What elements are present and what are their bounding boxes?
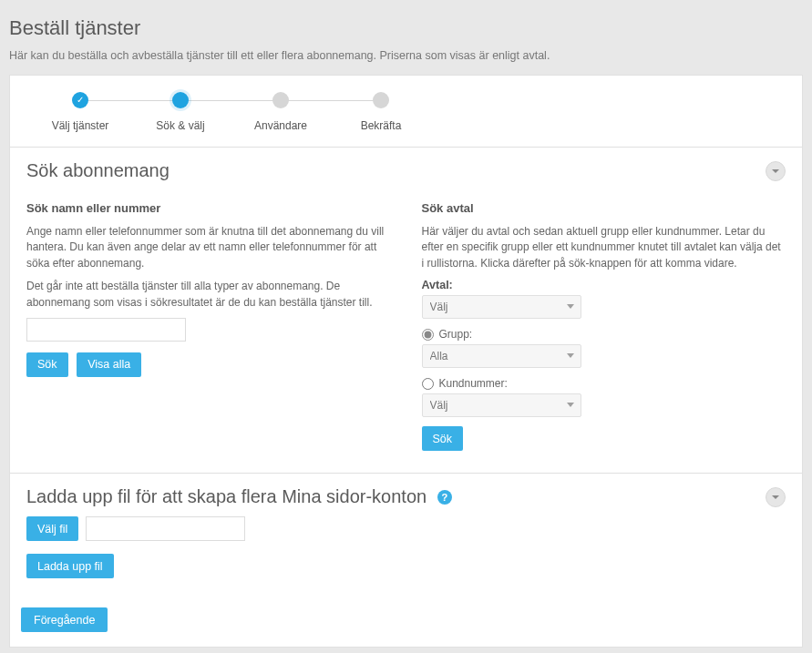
help-text: Här väljer du avtal och sedan aktuell gr… — [422, 224, 786, 271]
wizard-card: Välj tjänster Sök & välj Användare Bekrä… — [9, 75, 803, 648]
kundnummer-radio-label: Kundnummer: — [439, 377, 508, 390]
help-text: Det går inte att beställa tjänster till … — [26, 279, 391, 311]
section-header: Sök abonnemang — [10, 148, 802, 190]
upload-file-button[interactable]: Ladda upp fil — [26, 554, 114, 578]
search-subscription-section: Sök abonnemang Sök namn eller nummer Ang… — [10, 147, 802, 467]
step-dot — [272, 92, 289, 108]
avtal-select[interactable]: Välj — [422, 295, 581, 319]
kundnummer-select[interactable]: Välj — [422, 393, 581, 417]
avtal-label: Avtal: — [422, 279, 786, 291]
collapse-toggle[interactable] — [766, 487, 786, 507]
stepper: Välj tjänster Sök & välj Användare Bekrä… — [10, 76, 802, 147]
step-dot-active — [172, 92, 189, 108]
page-title: Beställ tjänster — [9, 16, 803, 40]
sub-heading: Sök namn eller nummer — [26, 201, 391, 215]
chevron-down-icon — [771, 167, 780, 176]
collapse-toggle[interactable] — [766, 161, 786, 181]
chevron-down-icon — [771, 493, 780, 502]
show-all-button[interactable]: Visa alla — [77, 352, 141, 377]
search-button[interactable]: Sök — [26, 352, 68, 377]
page-description: Här kan du beställa och avbeställa tjäns… — [9, 49, 803, 62]
help-icon[interactable]: ? — [437, 490, 452, 505]
group-select[interactable]: Alla — [422, 344, 581, 368]
step-connector — [281, 100, 381, 101]
section-title: Sök abonnemang — [26, 160, 170, 181]
step-1[interactable]: Välj tjänster — [30, 92, 130, 132]
wizard-footer: Föregående — [10, 598, 802, 647]
step-3[interactable]: Användare — [231, 92, 331, 132]
step-label: Välj tjänster — [52, 119, 109, 132]
step-4[interactable]: Bekräfta — [331, 92, 431, 132]
search-by-agreement-column: Sök avtal Här väljer du avtal och sedan … — [422, 194, 786, 451]
search-name-input[interactable] — [26, 318, 186, 342]
step-dot — [373, 92, 389, 108]
help-text: Ange namn eller telefonnummer som är knu… — [26, 224, 391, 271]
kundnummer-radio[interactable] — [422, 378, 434, 390]
section-title: Ladda upp fil för att skapa flera Mina s… — [26, 486, 427, 506]
search-by-name-column: Sök namn eller nummer Ange namn eller te… — [26, 194, 391, 451]
previous-button[interactable]: Föregående — [21, 607, 108, 632]
step-label: Sök & välj — [156, 119, 204, 132]
search-agreement-button[interactable]: Sök — [422, 426, 464, 451]
group-radio-label: Grupp: — [439, 328, 473, 341]
upload-file-section: Ladda upp fil för att skapa flera Mina s… — [10, 473, 802, 593]
step-connector — [80, 100, 180, 101]
section-header: Ladda upp fil för att skapa flera Mina s… — [10, 474, 802, 516]
step-connector — [180, 100, 281, 101]
step-label: Användare — [254, 119, 307, 132]
step-2[interactable]: Sök & välj — [130, 92, 231, 132]
sub-heading: Sök avtal — [422, 201, 786, 215]
step-label: Bekräfta — [361, 119, 402, 132]
step-dot-done — [72, 92, 88, 108]
file-path-input[interactable] — [86, 516, 245, 541]
choose-file-button[interactable]: Välj fil — [26, 516, 78, 541]
group-radio[interactable] — [422, 329, 434, 341]
